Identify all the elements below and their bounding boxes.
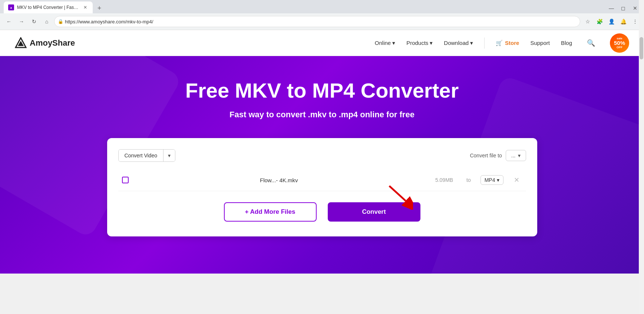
site-header: AmoyShare Online ▾ Products ▾ Download ▾… xyxy=(0,30,644,56)
logo-icon xyxy=(15,37,27,49)
new-tab-button[interactable]: + xyxy=(94,3,105,13)
tab-close-button[interactable]: ✕ xyxy=(82,4,88,10)
nav-store[interactable]: 🛒 Store xyxy=(496,40,519,46)
format-value: MP4 xyxy=(485,177,495,183)
format-dropdown[interactable]: MP4 ▾ xyxy=(480,175,503,185)
file-checkbox[interactable] xyxy=(122,177,129,183)
nav-blog[interactable]: Blog xyxy=(561,40,572,46)
browser-tab[interactable]: ▲ MKV to MP4 Converter | Fast Wa... ✕ xyxy=(4,1,93,13)
nav-download[interactable]: Download ▾ xyxy=(444,40,473,46)
scrollbar-thumb[interactable] xyxy=(640,37,643,59)
file-to-label: to xyxy=(466,177,471,183)
browser-action-buttons: ☆ 🧩 👤 🔔 ⋮ xyxy=(582,16,640,27)
sale-percent: 50% xyxy=(614,40,625,46)
bookmark-button[interactable]: ☆ xyxy=(582,16,593,27)
convert-type-dropdown-arrow[interactable]: ▾ xyxy=(163,150,175,161)
main-nav: Online ▾ Products ▾ Download ▾ 🛒 Store S… xyxy=(375,33,629,53)
convert-file-to-label: Convert file to xyxy=(470,153,502,158)
address-bar-wrapper: 🔒 xyxy=(54,16,580,27)
file-to-dropdown[interactable]: ... ▾ xyxy=(506,150,526,161)
file-size: 5.09MB xyxy=(429,177,459,183)
arrow-pointer-icon xyxy=(383,180,413,210)
cart-icon: 🛒 xyxy=(496,40,503,46)
nav-products[interactable]: Products ▾ xyxy=(406,40,433,46)
address-input[interactable] xyxy=(54,16,580,27)
chevron-down-icon: ▾ xyxy=(497,177,499,183)
tab-favicon: ▲ xyxy=(8,4,14,10)
address-bar-row: ← → ↻ ⌂ 🔒 ☆ 🧩 👤 🔔 ⋮ xyxy=(0,13,644,30)
chevron-down-icon: ▾ xyxy=(430,40,433,46)
convert-file-to-section: Convert file to ... ▾ xyxy=(470,150,526,161)
reload-button[interactable]: ↻ xyxy=(29,16,39,27)
sale-off-text: OFF xyxy=(617,46,622,49)
convert-type-selector[interactable]: Convert Video ▾ xyxy=(118,149,175,162)
notifications-button[interactable]: 🔔 xyxy=(618,16,628,27)
file-name: Flow...- 4K.mkv xyxy=(136,177,422,183)
back-button[interactable]: ← xyxy=(4,16,14,27)
convert-type-label: Convert Video xyxy=(119,150,163,161)
file-to-value: ... xyxy=(511,153,516,158)
chevron-down-icon: ▾ xyxy=(518,153,521,158)
browser-chrome: ▲ MKV to MP4 Converter | Fast Wa... ✕ + … xyxy=(0,0,644,30)
file-remove-button[interactable]: ✕ xyxy=(511,174,522,186)
nav-support[interactable]: Support xyxy=(530,40,550,46)
hero-title: Free MKV to MP4 Converter xyxy=(7,78,637,102)
tab-title: MKV to MP4 Converter | Fast Wa... xyxy=(17,5,79,10)
svg-line-3 xyxy=(389,186,406,201)
search-icon[interactable]: 🔍 xyxy=(587,39,595,47)
forward-button[interactable]: → xyxy=(16,16,27,27)
add-more-files-button[interactable]: + Add More Files xyxy=(224,202,317,222)
hero-subtitle: Fast way to convert .mkv to .mp4 online … xyxy=(7,110,637,120)
lock-icon: 🔒 xyxy=(58,19,63,24)
minimize-button[interactable]: — xyxy=(606,3,617,13)
website-content: AmoyShare Online ▾ Products ▾ Download ▾… xyxy=(0,30,644,274)
hero-section: Free MKV to MP4 Converter Fast way to co… xyxy=(0,56,644,274)
converter-box: Convert Video ▾ Convert file to ... ▾ Fl… xyxy=(107,138,537,236)
logo-text: AmoyShare xyxy=(30,38,75,48)
action-row: + Add More Files Convert xyxy=(118,202,526,222)
chevron-down-icon: ▾ xyxy=(392,40,395,46)
restore-button[interactable]: ◻ xyxy=(618,3,628,13)
nav-online[interactable]: Online ▾ xyxy=(375,40,395,46)
extensions-button[interactable]: 🧩 xyxy=(594,16,605,27)
logo-area: AmoyShare xyxy=(15,37,75,49)
profile-button[interactable]: 👤 xyxy=(606,16,617,27)
tab-bar: ▲ MKV to MP4 Converter | Fast Wa... ✕ + … xyxy=(0,0,644,13)
file-row: Flow...- 4K.mkv 5.09MB to MP4 ▾ ✕ xyxy=(118,169,526,191)
converter-top-bar: Convert Video ▾ Convert file to ... ▾ xyxy=(118,149,526,162)
sale-badge[interactable]: sale 50% OFF xyxy=(610,33,629,53)
nav-divider xyxy=(484,37,485,49)
scrollbar[interactable] xyxy=(639,0,644,274)
home-button[interactable]: ⌂ xyxy=(42,16,52,27)
chevron-down-icon: ▾ xyxy=(470,40,473,46)
